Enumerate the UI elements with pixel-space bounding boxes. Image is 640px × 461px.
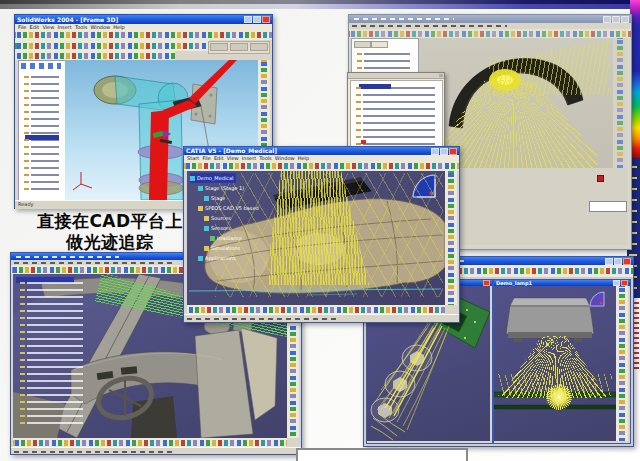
interior-bottom-toolbar[interactable] <box>13 438 287 447</box>
palette-close-icon[interactable] <box>439 74 443 77</box>
minimize-button[interactable] <box>605 258 613 265</box>
tab-chip[interactable] <box>354 41 371 48</box>
lamp-3d-viewport[interactable] <box>494 286 616 441</box>
maximize-button[interactable] <box>614 258 622 265</box>
irradiance-icon <box>210 236 215 241</box>
solidworks-toolbar-row2[interactable] <box>15 40 210 51</box>
source-icon <box>204 216 209 221</box>
part-icon <box>190 176 195 181</box>
catia-bottom-toolbar[interactable] <box>187 305 445 314</box>
catia-toolbar[interactable] <box>184 161 459 171</box>
lamp-starburst <box>546 384 572 410</box>
maximize-button[interactable] <box>253 16 261 23</box>
simulation-icon <box>204 246 209 251</box>
optics-window-titlebar[interactable] <box>349 15 631 23</box>
solidworks-toolbar-row3[interactable] <box>15 51 175 60</box>
interior-statusbar <box>11 447 301 455</box>
palette-titlebar[interactable] <box>348 73 444 79</box>
solidworks-window-buttons <box>244 16 270 23</box>
solidworks-toolbar-row1[interactable] <box>15 30 272 40</box>
part-icon <box>198 186 203 191</box>
status-text: Ready <box>18 201 34 207</box>
axis-triad <box>73 172 92 190</box>
lamp-child-window[interactable]: Demo_lamp1 <box>493 279 631 444</box>
close-button[interactable] <box>449 148 457 155</box>
tree-item[interactable]: Irradiance <box>210 233 300 243</box>
catia-3d-viewport[interactable]: Demo_Medical Stage (Stage 1) Stage SPEOS… <box>187 171 445 305</box>
minimize-button[interactable] <box>244 16 252 23</box>
sensor-icon <box>204 226 209 231</box>
close-button[interactable] <box>262 16 270 23</box>
optics-right-toolbar[interactable] <box>613 38 627 168</box>
catia-main-window[interactable]: CATIA V5 - [Demo_Medical] Start File Edi… <box>183 146 460 323</box>
solidworks-title: SolidWorks 2004 - [Frame 3D] <box>17 17 242 23</box>
tab-chip[interactable] <box>371 41 388 48</box>
maximize-button[interactable] <box>612 16 620 23</box>
command-chip[interactable] <box>230 43 248 51</box>
tree-item[interactable]: Sources <box>204 213 300 223</box>
catia-titlebar[interactable]: CATIA V5 - [Demo_Medical] <box>184 147 459 155</box>
tree-item[interactable]: Applications <box>198 253 300 263</box>
catia-title: CATIA V5 - [Demo_Medical] <box>186 148 429 154</box>
cut-off-placeholder-box <box>296 448 468 461</box>
catia-statusbar <box>184 314 459 323</box>
small-input-field[interactable] <box>589 201 627 212</box>
solidworks-feature-tree[interactable] <box>18 60 67 202</box>
simulation-red-icon <box>361 140 366 144</box>
tree-items[interactable] <box>20 71 64 197</box>
speos-icon <box>198 206 203 211</box>
close-button[interactable] <box>621 16 629 23</box>
slide-caption: 直接在CAD平台上 做光迹追踪 <box>25 211 195 253</box>
slide: SolidWorks 2004 - [Frame 3D] File Edit V… <box>0 0 640 461</box>
compass <box>590 292 604 306</box>
red-marker-dot[interactable] <box>597 175 604 182</box>
tree-item[interactable]: Simulations <box>204 243 300 253</box>
top-gradient-band <box>0 0 640 9</box>
solidworks-titlebar[interactable]: SolidWorks 2004 - [Frame 3D] <box>15 15 272 24</box>
optics-toolbar[interactable] <box>349 29 631 38</box>
tree-item[interactable]: Stage (Stage 1) <box>198 183 300 193</box>
interior-spec-tree[interactable] <box>16 277 88 427</box>
tree-item[interactable]: SPEOS CAD V5 based <box>198 203 300 213</box>
maximize-button[interactable] <box>440 148 448 155</box>
tree-item[interactable]: Demo_Medical <box>190 173 236 183</box>
catia-spec-tree[interactable]: Demo_Medical Stage (Stage 1) Stage SPEOS… <box>190 173 300 263</box>
optics-window-buttons <box>603 16 629 23</box>
minimize-button[interactable] <box>431 148 439 155</box>
tree-item[interactable]: Stage <box>204 193 300 203</box>
minimize-button[interactable] <box>603 16 611 23</box>
tree-item[interactable]: Sensors <box>204 223 300 233</box>
command-chip[interactable] <box>250 43 268 51</box>
lamp-right-toolbar[interactable] <box>616 286 628 441</box>
part-icon <box>204 196 209 201</box>
close-button[interactable] <box>623 258 631 265</box>
applications-icon <box>198 256 203 261</box>
caption-line2: 做光迹追踪 <box>25 232 195 253</box>
solidworks-command-group[interactable] <box>208 41 270 54</box>
caption-line1: 直接在CAD平台上 <box>25 211 195 232</box>
tree-tab-icons[interactable] <box>21 63 61 69</box>
catia-right-toolbar[interactable] <box>445 171 457 305</box>
optics-window-title <box>351 15 601 23</box>
lamp-child-title: Demo_lamp1 <box>496 281 611 286</box>
command-chip[interactable] <box>210 43 228 51</box>
